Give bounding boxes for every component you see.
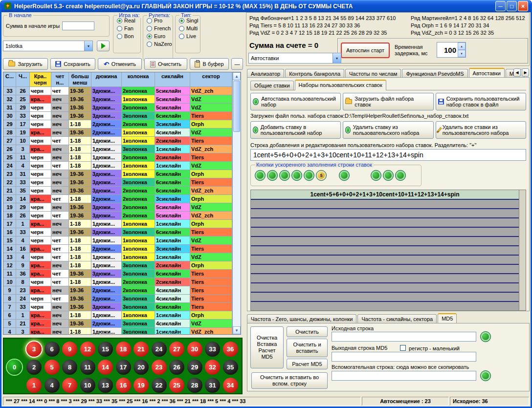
- roulette-number-0[interactable]: 0: [7, 360, 22, 375]
- md5-clear-paste-button[interactable]: Очистить и вставить: [287, 339, 328, 357]
- chip-button-10[interactable]: [395, 170, 406, 181]
- lowercase-checkbox[interactable]: [400, 345, 406, 351]
- close-button[interactable]: ×: [518, 1, 528, 11]
- radio-option-Euro[interactable]: Euro: [147, 33, 169, 39]
- save-button[interactable]: Сохранить: [50, 58, 95, 70]
- roulette-number-28[interactable]: 28: [187, 378, 202, 393]
- bet-list-row[interactable]: [251, 228, 519, 237]
- tab-Частота - Zero, шансы, дюжины, колонки[interactable]: Частота - Zero, шансы, дюжины, колонки: [247, 314, 356, 323]
- table-row[interactable]: 108чернчет1-181дюжи...2колонка2сиклайнTi…: [3, 278, 232, 286]
- chip-button-6[interactable]: $: [316, 170, 327, 181]
- bet-list-row[interactable]: [251, 246, 519, 256]
- bet-list-scrollbar[interactable]: [519, 190, 526, 311]
- md5-main-button[interactable]: Очистка Вставка Расчет MD5: [250, 326, 284, 368]
- chip-button-9[interactable]: [383, 170, 394, 181]
- column-header-колонка[interactable]: колонка: [122, 72, 155, 87]
- undo-button[interactable]: ↶Отменить: [98, 58, 142, 70]
- bet-list-row[interactable]: [251, 200, 519, 209]
- roulette-number-12[interactable]: 12: [80, 342, 95, 357]
- chip-button-3[interactable]: [279, 170, 290, 181]
- scroll-up-icon[interactable]: ▲: [233, 72, 241, 80]
- table-row[interactable]: 134чернчет1-181дюжи...1колонка1сиклайнVd…: [3, 253, 232, 261]
- table-row[interactable]: 3326чернчет19-363дюжи...2колонка5сиклайн…: [3, 87, 232, 95]
- roulette-number-17[interactable]: 17: [116, 360, 131, 375]
- roulette-number-31[interactable]: 31: [205, 378, 220, 393]
- table-row[interactable]: 129кра...неч1-181дюжи...3колонка2сиклайн…: [3, 261, 232, 270]
- tab-scroll-right-icon[interactable]: ▶: [522, 68, 529, 77]
- autostavki-combobox[interactable]: Автоставки ▼: [248, 53, 341, 64]
- output-string-input[interactable]: [332, 352, 476, 362]
- column-header-больш[interactable]: большменш: [69, 72, 91, 87]
- roulette-number-36[interactable]: 36: [223, 342, 238, 357]
- load-set-file-button[interactable]: Загрузить файл набора ставок: [343, 93, 433, 110]
- chip-button-5[interactable]: [304, 170, 314, 181]
- chevron-down-icon[interactable]: ▼: [332, 53, 341, 63]
- md5-clear-paste-aux-button[interactable]: Очистить и вставить во вспом. строку: [251, 372, 328, 389]
- bet-list-row[interactable]: [251, 256, 519, 265]
- tab-MD5[interactable]: MD5: [438, 313, 457, 324]
- chip-button-2[interactable]: [267, 170, 278, 181]
- chevron-down-icon[interactable]: ▼: [84, 41, 92, 51]
- maximize-button[interactable]: □: [507, 1, 517, 11]
- autospin-start-button[interactable]: Автоспин старт: [341, 43, 390, 58]
- radio-option-Live[interactable]: Live: [179, 33, 197, 39]
- table-row[interactable]: 2710чернчет1-181дюжи...1колонка2сиклайнT…: [3, 137, 232, 145]
- to-buffer-button[interactable]: В буфер: [190, 58, 229, 70]
- table-row[interactable]: 1136кра...чет19-363дюжи...3колонка6сикла…: [3, 270, 232, 278]
- radio-option-NaZero[interactable]: NaZero: [147, 41, 169, 47]
- table-row[interactable]: 3033черннеч19-363дюжи...3колонка6сиклайн…: [3, 112, 232, 120]
- roulette-number-5[interactable]: 5: [44, 360, 60, 375]
- bet-list-row[interactable]: [251, 209, 519, 218]
- table-row[interactable]: 2135черннеч19-363дюжи...2колонка6сиклайн…: [3, 187, 232, 195]
- radio-option-Pro[interactable]: Pro: [147, 18, 169, 23]
- load-button[interactable]: Загрузить: [3, 58, 48, 70]
- clear-button[interactable]: Очистить: [144, 58, 187, 70]
- table-row[interactable]: 2917черннеч1-182дюжи...2колонка3сиклайнO…: [3, 120, 232, 129]
- tab-Общие ставки[interactable]: Общие ставки: [250, 81, 294, 90]
- table-row[interactable]: 2014кра...чет1-182дюжи...2колонка3сиклай…: [3, 195, 232, 203]
- chip-button-8[interactable]: [371, 170, 381, 181]
- table-row[interactable]: 2819кра...неч19-362дюжи...1колонка4сикла…: [3, 129, 232, 137]
- table-row[interactable]: 1929черннеч19-363дюжи...2колонка5сиклайн…: [3, 203, 232, 212]
- scroll-down-icon[interactable]: ▼: [233, 326, 241, 334]
- start-sum-input[interactable]: [62, 21, 94, 30]
- column-header-чет[interactable]: четн...: [51, 72, 69, 87]
- radio-option-Real[interactable]: Real: [117, 18, 137, 23]
- roulette-number-20[interactable]: 20: [133, 360, 149, 375]
- roulette-number-18[interactable]: 18: [116, 342, 131, 357]
- bet-list-row[interactable]: [251, 283, 519, 293]
- table-row[interactable]: 171кра...неч1-181дюжи...1колонка1сиклайн…: [3, 220, 232, 228]
- table-row[interactable]: 2511черннеч1-181дюжи...2колонка2сиклайнT…: [3, 153, 232, 162]
- autobet-user-set-button[interactable]: Автоставка пользовательский набор: [250, 93, 341, 110]
- roulette-number-30[interactable]: 30: [187, 342, 202, 357]
- tab-scroll-left-icon[interactable]: ◀: [513, 68, 521, 77]
- roulette-number-35[interactable]: 35: [223, 360, 238, 375]
- slot-combobox[interactable]: 1slotka ▼: [3, 41, 93, 51]
- radio-option-Bon[interactable]: Bon: [117, 33, 137, 39]
- remove-all-bets-button[interactable]: Удалить все ставки из пользовательского …: [436, 121, 526, 139]
- roulette-number-7[interactable]: 7: [62, 378, 77, 393]
- tab-Наборы пользовательских ставок[interactable]: Наборы пользовательских ставок: [295, 80, 386, 90]
- column-header-Кра..[interactable]: Кра..черн: [30, 72, 51, 87]
- roulette-number-11[interactable]: 11: [80, 360, 95, 375]
- table-row[interactable]: 1826чернчет19-363дюжи...2колонка5сиклайн…: [3, 212, 232, 220]
- bet-list-row[interactable]: [251, 293, 519, 302]
- chip-button-1[interactable]: [255, 170, 266, 181]
- roulette-number-8[interactable]: 8: [62, 360, 77, 375]
- roulette-number-15[interactable]: 15: [98, 342, 113, 357]
- play-button[interactable]: [97, 41, 110, 51]
- roulette-number-16[interactable]: 16: [116, 378, 131, 393]
- column-header-дюжина[interactable]: дюжина: [91, 72, 122, 87]
- radio-option-French[interactable]: French: [147, 25, 169, 31]
- table-row[interactable]: 2233черннеч19-363дюжи...3колонка6сиклайн…: [3, 178, 232, 187]
- table-row[interactable]: 923кра...неч19-362дюжи...2колонка4сиклай…: [3, 286, 232, 295]
- table-row[interactable]: 244чернчет1-181дюжи...1колонка1сиклайнVd…: [3, 162, 232, 170]
- roulette-number-10[interactable]: 10: [80, 378, 95, 393]
- roulette-number-32[interactable]: 32: [205, 360, 220, 375]
- aux-string-input[interactable]: [332, 371, 476, 381]
- add-bet-button[interactable]: Добавить ставку в пользовательский набор: [250, 121, 341, 139]
- spinner-up-icon[interactable]: ▲: [458, 43, 466, 50]
- minimize-button[interactable]: ─: [495, 1, 506, 11]
- chip-button-7[interactable]: [339, 170, 350, 181]
- roulette-number-2[interactable]: 2: [26, 360, 42, 375]
